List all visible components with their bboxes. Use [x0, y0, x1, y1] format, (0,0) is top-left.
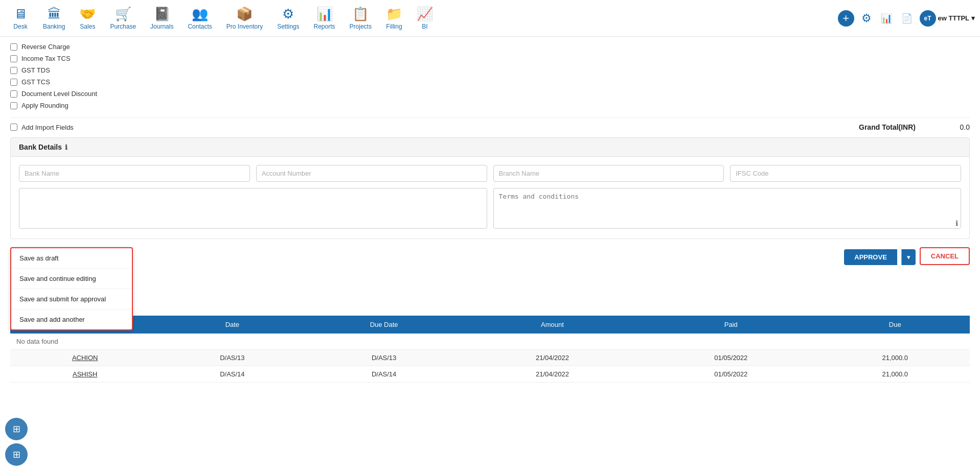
narration-textarea[interactable] — [19, 188, 487, 229]
income-tax-tcs-checkbox[interactable] — [10, 55, 17, 62]
journals-icon: 📓 — [154, 6, 170, 22]
bank-details-body: ℹ — [10, 157, 970, 239]
settings-icon[interactable]: ⚙ — [859, 10, 874, 27]
cell-1-0: D/AS/13 — [305, 350, 463, 366]
terms-textarea[interactable] — [493, 188, 962, 229]
bank-name-input[interactable] — [19, 165, 250, 182]
bank-details-header: Bank Details ℹ — [10, 137, 970, 157]
reports-icon: 📊 — [316, 6, 333, 22]
nav-item-journals[interactable]: 📓Journals — [143, 3, 180, 33]
invoice-table: NumberDateDue DateAmountPaidDue No data … — [10, 316, 970, 383]
nav-item-desk[interactable]: 🖥Desk — [5, 3, 36, 33]
reverse-charge-checkbox[interactable] — [10, 43, 17, 51]
add-import-fields-checkbox[interactable] — [10, 124, 17, 131]
user-menu[interactable]: eT ew TTTPL ▾ — [920, 10, 975, 27]
checkbox-row-reverse-charge: Reverse Charge — [10, 43, 970, 51]
add-button[interactable]: + — [838, 10, 854, 27]
nav-item-filling[interactable]: 📁Filling — [379, 3, 409, 33]
table-header-paid: Paid — [642, 316, 820, 334]
grand-total-label: Grand Total(INR) — [859, 123, 916, 131]
cell-number-0[interactable]: ACHION — [10, 350, 159, 366]
excel-icon[interactable]: 📊 — [879, 11, 894, 26]
bottom-fields-row: ℹ — [19, 188, 961, 230]
nav-item-contacts[interactable]: 👥Contacts — [180, 3, 219, 33]
settings-label: Settings — [277, 23, 299, 30]
cell-0-0: D/AS/13 — [159, 350, 305, 366]
purchase-label: Purchase — [110, 23, 136, 30]
sales-label: Sales — [80, 23, 95, 30]
approve-button[interactable]: APPROVE — [844, 249, 897, 265]
ifsc-code-field — [730, 165, 961, 182]
document-level-discount-label: Document Level Discount — [21, 90, 97, 98]
nav-item-purchase[interactable]: 🛒Purchase — [103, 3, 143, 33]
bank-name-field — [19, 165, 250, 182]
avatar: eT — [920, 10, 936, 27]
purchase-icon: 🛒 — [115, 6, 131, 22]
top-nav: 🖥Desk🏛Banking🤝Sales🛒Purchase📓Journals👥Co… — [0, 0, 980, 37]
table-header-date: Date — [159, 316, 305, 334]
checkbox-row-document-level-discount: Document Level Discount — [10, 90, 970, 98]
income-tax-tcs-label: Income Tax TCS — [21, 55, 71, 62]
ifsc-code-input[interactable] — [730, 165, 961, 182]
table-header-amount: Amount — [463, 316, 642, 334]
nav-item-reports[interactable]: 📊Reports — [307, 3, 343, 33]
gst-tds-label: GST TDS — [21, 66, 50, 74]
apply-rounding-checkbox[interactable] — [10, 102, 17, 109]
gst-tcs-checkbox[interactable] — [10, 79, 17, 86]
account-number-input[interactable] — [256, 165, 487, 182]
cell-2-0: 21/04/2022 — [463, 350, 642, 366]
projects-icon: 📋 — [352, 6, 369, 22]
cell-0-1: D/AS/14 — [159, 366, 305, 383]
checkbox-section: Reverse Charge Income Tax TCS GST TDS GS… — [10, 43, 970, 109]
branch-name-input[interactable] — [493, 165, 724, 182]
user-label: ew TTTPL — [938, 14, 969, 22]
bi-label: BI — [422, 23, 427, 30]
nav-item-sales[interactable]: 🤝Sales — [72, 3, 103, 33]
table-row: ASHISHD/AS/14D/AS/1421/04/202201/05/2022… — [10, 366, 970, 383]
nav-right: + ⚙ 📊 📄 eT ew TTTPL ▾ — [838, 10, 975, 27]
reports-label: Reports — [314, 23, 335, 30]
document-level-discount-checkbox[interactable] — [10, 90, 17, 98]
nav-item-pro-inventory[interactable]: 📦Pro Inventory — [219, 3, 270, 33]
contacts-icon: 👥 — [192, 6, 208, 22]
dropdown-item-save-and-add[interactable]: Save and add another — [11, 310, 132, 329]
nav-item-projects[interactable]: 📋Projects — [343, 3, 379, 33]
cell-4-1: 21,000.0 — [820, 366, 970, 383]
terms-info-icon[interactable]: ℹ — [955, 219, 958, 227]
dropdown-item-save-and-submit[interactable]: Save and submit for approval — [11, 289, 132, 310]
bank-details-info-icon[interactable]: ℹ — [65, 144, 67, 151]
document-icon[interactable]: 📄 — [899, 11, 915, 26]
checkbox-row-apply-rounding: Apply Rounding — [10, 102, 970, 109]
cell-3-1: 01/05/2022 — [642, 366, 820, 383]
cell-number-1[interactable]: ASHISH — [10, 366, 159, 383]
sales-icon: 🤝 — [79, 6, 96, 22]
chevron-down-icon: ▾ — [971, 14, 975, 22]
dropdown-item-save-as-draft[interactable]: Save as draft — [11, 248, 132, 269]
no-data-cell: No data found — [10, 334, 970, 350]
cancel-button[interactable]: CANCEL — [920, 247, 970, 265]
cell-1-1: D/AS/14 — [305, 366, 463, 383]
desk-label: Desk — [13, 23, 27, 30]
nav-item-banking[interactable]: 🏛Banking — [36, 3, 72, 33]
apply-rounding-label: Apply Rounding — [21, 102, 69, 109]
table-header: NumberDateDue DateAmountPaidDue — [10, 316, 970, 334]
dropdown-item-save-and-continue[interactable]: Save and continue editing — [11, 269, 132, 289]
pro-inventory-label: Pro Inventory — [226, 23, 263, 30]
approve-arrow-button[interactable]: ▾ — [901, 249, 916, 265]
nav-item-bi[interactable]: 📈BI — [409, 3, 440, 33]
bi-icon: 📈 — [417, 6, 433, 22]
table-body: No data foundACHIOND/AS/13D/AS/1321/04/2… — [10, 334, 970, 383]
gst-tds-checkbox[interactable] — [10, 67, 17, 74]
gst-tcs-label: GST TCS — [21, 78, 50, 86]
account-number-field — [256, 165, 487, 182]
bank-details-label: Bank Details — [19, 143, 62, 151]
cell-4-0: 21,000.0 — [820, 350, 970, 366]
no-data-row: No data found — [10, 334, 970, 350]
journals-label: Journals — [150, 23, 173, 30]
add-import-fields-row: Add Import Fields — [10, 124, 74, 131]
nav-item-settings[interactable]: ⚙Settings — [270, 3, 306, 33]
settings-icon: ⚙ — [282, 6, 294, 22]
table-header-due-date: Due Date — [305, 316, 463, 334]
action-row: Save as draftSave and continue editingSa… — [10, 247, 970, 265]
pro-inventory-icon: 📦 — [236, 6, 253, 22]
